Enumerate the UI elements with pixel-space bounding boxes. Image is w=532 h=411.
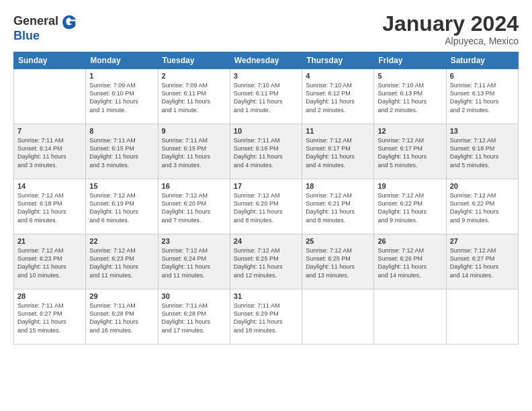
calendar-week-row: 28Sunrise: 7:11 AM Sunset: 6:27 PM Dayli… xyxy=(14,289,519,345)
day-number: 22 xyxy=(89,237,154,245)
day-header-thursday: Thursday xyxy=(302,52,374,69)
calendar-day-cell: 25Sunrise: 7:12 AM Sunset: 6:25 PM Dayli… xyxy=(302,234,374,289)
day-number: 13 xyxy=(450,127,515,135)
day-info: Sunrise: 7:12 AM Sunset: 6:25 PM Dayligh… xyxy=(306,246,370,279)
day-header-tuesday: Tuesday xyxy=(158,52,230,69)
calendar-day-cell: 20Sunrise: 7:12 AM Sunset: 6:22 PM Dayli… xyxy=(446,179,518,234)
calendar-day-cell: 30Sunrise: 7:11 AM Sunset: 6:28 PM Dayli… xyxy=(158,289,230,345)
calendar-day-cell: 9Sunrise: 7:11 AM Sunset: 6:15 PM Daylig… xyxy=(158,124,230,179)
calendar-day-cell: 16Sunrise: 7:12 AM Sunset: 6:20 PM Dayli… xyxy=(158,179,230,234)
day-header-friday: Friday xyxy=(374,52,446,69)
calendar-day-cell: 17Sunrise: 7:12 AM Sunset: 6:20 PM Dayli… xyxy=(230,179,302,234)
day-info: Sunrise: 7:11 AM Sunset: 6:27 PM Dayligh… xyxy=(17,302,82,334)
day-info: Sunrise: 7:10 AM Sunset: 6:13 PM Dayligh… xyxy=(378,81,442,114)
calendar-day-cell xyxy=(446,289,518,345)
day-number: 20 xyxy=(450,182,515,190)
day-number: 7 xyxy=(17,127,82,135)
day-number: 14 xyxy=(17,182,82,190)
day-header-wednesday: Wednesday xyxy=(230,52,302,69)
day-info: Sunrise: 7:12 AM Sunset: 6:27 PM Dayligh… xyxy=(450,246,515,279)
day-number: 17 xyxy=(234,182,298,190)
day-info: Sunrise: 7:12 AM Sunset: 6:20 PM Dayligh… xyxy=(234,191,298,224)
day-info: Sunrise: 7:12 AM Sunset: 6:19 PM Dayligh… xyxy=(89,191,154,224)
calendar-day-cell xyxy=(374,289,446,345)
day-info: Sunrise: 7:11 AM Sunset: 6:28 PM Dayligh… xyxy=(89,302,154,334)
day-info: Sunrise: 7:11 AM Sunset: 6:28 PM Dayligh… xyxy=(162,302,226,334)
calendar-day-cell: 1Sunrise: 7:09 AM Sunset: 6:10 PM Daylig… xyxy=(86,69,158,124)
calendar-day-cell: 22Sunrise: 7:12 AM Sunset: 6:23 PM Dayli… xyxy=(86,234,158,289)
title-block: January 2024 Alpuyeca, Mexico xyxy=(382,12,519,46)
calendar-day-cell: 11Sunrise: 7:12 AM Sunset: 6:17 PM Dayli… xyxy=(302,124,374,179)
day-info: Sunrise: 7:11 AM Sunset: 6:16 PM Dayligh… xyxy=(234,136,298,169)
day-header-monday: Monday xyxy=(86,52,158,69)
calendar-day-cell: 28Sunrise: 7:11 AM Sunset: 6:27 PM Dayli… xyxy=(14,289,86,345)
calendar-day-cell: 27Sunrise: 7:12 AM Sunset: 6:27 PM Dayli… xyxy=(446,234,518,289)
day-number: 16 xyxy=(162,182,226,190)
day-number: 21 xyxy=(17,237,82,245)
calendar-day-cell: 19Sunrise: 7:12 AM Sunset: 6:22 PM Dayli… xyxy=(374,179,446,234)
logo-icon xyxy=(60,12,79,31)
day-info: Sunrise: 7:11 AM Sunset: 6:15 PM Dayligh… xyxy=(89,136,154,169)
day-info: Sunrise: 7:11 AM Sunset: 6:15 PM Dayligh… xyxy=(162,136,226,169)
header: General Blue January 2024 Alpuyeca, Mexi… xyxy=(13,12,519,46)
day-info: Sunrise: 7:12 AM Sunset: 6:18 PM Dayligh… xyxy=(450,136,515,169)
day-number: 11 xyxy=(306,127,370,135)
calendar: SundayMondayTuesdayWednesdayThursdayFrid… xyxy=(13,52,519,345)
logo-blue: Blue xyxy=(13,30,79,43)
day-info: Sunrise: 7:12 AM Sunset: 6:17 PM Dayligh… xyxy=(306,136,370,169)
calendar-week-row: 21Sunrise: 7:12 AM Sunset: 6:23 PM Dayli… xyxy=(14,234,519,289)
calendar-week-row: 14Sunrise: 7:12 AM Sunset: 6:18 PM Dayli… xyxy=(14,179,519,234)
calendar-day-cell xyxy=(14,69,86,124)
day-number: 28 xyxy=(17,292,82,300)
calendar-day-cell: 12Sunrise: 7:12 AM Sunset: 6:17 PM Dayli… xyxy=(374,124,446,179)
day-info: Sunrise: 7:12 AM Sunset: 6:23 PM Dayligh… xyxy=(17,246,82,279)
logo: General Blue xyxy=(13,12,79,43)
calendar-day-cell: 18Sunrise: 7:12 AM Sunset: 6:21 PM Dayli… xyxy=(302,179,374,234)
calendar-day-cell: 5Sunrise: 7:10 AM Sunset: 6:13 PM Daylig… xyxy=(374,69,446,124)
day-number: 27 xyxy=(450,237,515,245)
calendar-day-cell: 14Sunrise: 7:12 AM Sunset: 6:18 PM Dayli… xyxy=(14,179,86,234)
day-info: Sunrise: 7:12 AM Sunset: 6:20 PM Dayligh… xyxy=(162,191,226,224)
day-number: 3 xyxy=(234,72,298,80)
day-number: 15 xyxy=(89,182,154,190)
calendar-day-cell: 24Sunrise: 7:12 AM Sunset: 6:25 PM Dayli… xyxy=(230,234,302,289)
calendar-week-row: 1Sunrise: 7:09 AM Sunset: 6:10 PM Daylig… xyxy=(14,69,519,124)
logo-general: General xyxy=(13,15,58,28)
calendar-day-cell: 29Sunrise: 7:11 AM Sunset: 6:28 PM Dayli… xyxy=(86,289,158,345)
day-number: 25 xyxy=(306,237,370,245)
calendar-day-cell: 7Sunrise: 7:11 AM Sunset: 6:14 PM Daylig… xyxy=(14,124,86,179)
calendar-day-cell: 2Sunrise: 7:09 AM Sunset: 6:11 PM Daylig… xyxy=(158,69,230,124)
location: Alpuyeca, Mexico xyxy=(382,36,519,46)
month-title: January 2024 xyxy=(382,12,519,36)
day-number: 19 xyxy=(378,182,442,190)
day-number: 23 xyxy=(162,237,226,245)
calendar-day-cell: 3Sunrise: 7:10 AM Sunset: 6:11 PM Daylig… xyxy=(230,69,302,124)
calendar-day-cell: 15Sunrise: 7:12 AM Sunset: 6:19 PM Dayli… xyxy=(86,179,158,234)
calendar-day-cell: 10Sunrise: 7:11 AM Sunset: 6:16 PM Dayli… xyxy=(230,124,302,179)
day-number: 9 xyxy=(162,127,226,135)
day-info: Sunrise: 7:12 AM Sunset: 6:25 PM Dayligh… xyxy=(234,246,298,279)
day-info: Sunrise: 7:12 AM Sunset: 6:23 PM Dayligh… xyxy=(89,246,154,279)
day-info: Sunrise: 7:12 AM Sunset: 6:24 PM Dayligh… xyxy=(162,246,226,279)
day-info: Sunrise: 7:11 AM Sunset: 6:29 PM Dayligh… xyxy=(234,302,298,334)
day-number: 1 xyxy=(89,72,154,80)
day-info: Sunrise: 7:10 AM Sunset: 6:11 PM Dayligh… xyxy=(234,81,298,114)
day-number: 24 xyxy=(234,237,298,245)
day-number: 5 xyxy=(378,72,442,80)
day-info: Sunrise: 7:10 AM Sunset: 6:12 PM Dayligh… xyxy=(306,81,370,114)
page: General Blue January 2024 Alpuyeca, Mexi… xyxy=(0,0,532,411)
day-info: Sunrise: 7:12 AM Sunset: 6:21 PM Dayligh… xyxy=(306,191,370,224)
day-number: 18 xyxy=(306,182,370,190)
calendar-day-cell: 31Sunrise: 7:11 AM Sunset: 6:29 PM Dayli… xyxy=(230,289,302,345)
calendar-day-cell: 23Sunrise: 7:12 AM Sunset: 6:24 PM Dayli… xyxy=(158,234,230,289)
day-number: 12 xyxy=(378,127,442,135)
day-number: 2 xyxy=(162,72,226,80)
day-header-sunday: Sunday xyxy=(14,52,86,69)
day-info: Sunrise: 7:09 AM Sunset: 6:11 PM Dayligh… xyxy=(162,81,226,114)
day-number: 4 xyxy=(306,72,370,80)
day-info: Sunrise: 7:12 AM Sunset: 6:18 PM Dayligh… xyxy=(17,191,82,224)
day-info: Sunrise: 7:11 AM Sunset: 6:13 PM Dayligh… xyxy=(450,81,515,114)
calendar-day-cell xyxy=(302,289,374,345)
day-info: Sunrise: 7:09 AM Sunset: 6:10 PM Dayligh… xyxy=(89,81,154,114)
day-info: Sunrise: 7:12 AM Sunset: 6:22 PM Dayligh… xyxy=(378,191,442,224)
